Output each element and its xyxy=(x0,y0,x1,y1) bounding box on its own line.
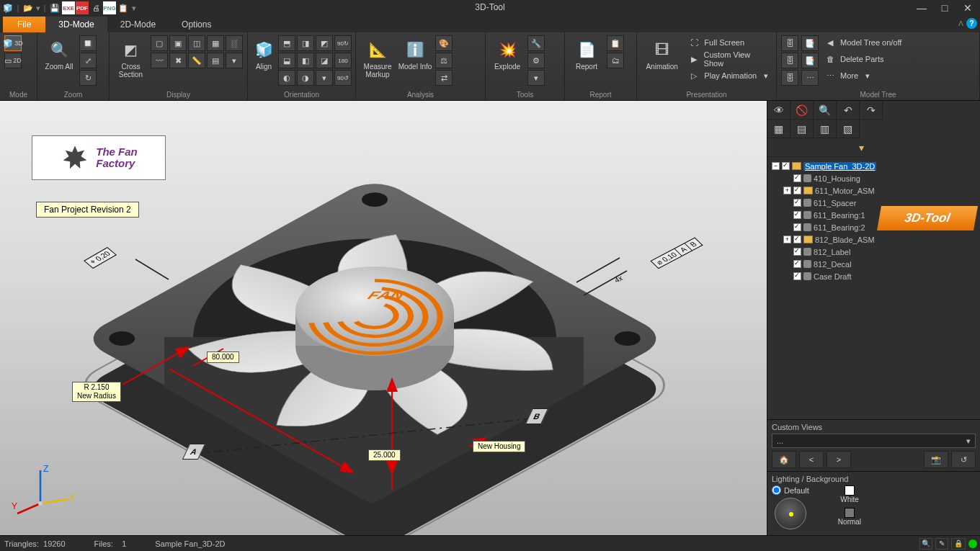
tab-2d-mode[interactable]: 2D-Mode xyxy=(107,17,169,32)
minimize-button[interactable]: — xyxy=(914,2,930,14)
full-screen-button[interactable]: ⛶Full Screen xyxy=(685,35,772,50)
zoom-all-button[interactable]: 🔍Zoom All xyxy=(42,35,76,71)
disp-4[interactable]: ▤ xyxy=(207,53,224,68)
model-info-button[interactable]: ℹ️Model Info xyxy=(398,35,432,71)
tree-c[interactable]: 🗄 xyxy=(781,70,798,86)
tool-3[interactable]: ▾ xyxy=(527,70,545,86)
view-front[interactable]: ◨ xyxy=(297,35,314,51)
view-iso2[interactable]: ◪ xyxy=(316,53,333,68)
tree-item[interactable]: +812_Blade_ASM xyxy=(769,233,979,246)
open-icon[interactable]: 📂 xyxy=(22,1,35,14)
play-animation-button[interactable]: ▷Play Animation▾ xyxy=(685,68,772,83)
custom-view-show-button[interactable]: ▶Custom View Show xyxy=(685,52,772,66)
shade-3[interactable]: ◫ xyxy=(188,35,205,51)
tree-item[interactable]: Case Draft xyxy=(769,270,979,282)
zoom-rotate-button[interactable]: ↻ xyxy=(79,70,97,86)
model-tree[interactable]: −Sample Fan_3D-2D 410_Housing +611_Motor… xyxy=(767,157,980,419)
ptb-r1[interactable]: ▦ xyxy=(767,120,790,138)
zoom-fit-button[interactable]: ⤢ xyxy=(79,53,97,68)
tree-a[interactable]: 🗄 xyxy=(781,35,798,51)
view-back[interactable]: ◧ xyxy=(297,53,314,68)
report-1[interactable]: 📋 xyxy=(607,35,624,51)
png-icon[interactable]: PNG xyxy=(103,1,116,14)
more-button[interactable]: ⋯More▾ xyxy=(821,68,904,83)
tree-item[interactable]: +611_Motor_ASM xyxy=(769,184,979,197)
view-iso[interactable]: ◩ xyxy=(316,35,333,51)
ptb-undo[interactable]: ↶ xyxy=(837,101,860,120)
help-button[interactable]: ? xyxy=(966,18,977,29)
mode-2d-button[interactable]: ▭ 2D xyxy=(4,53,22,68)
curvature[interactable]: ⚖ xyxy=(435,53,453,68)
zoom-window-button[interactable]: 🔲 xyxy=(79,35,97,51)
close-button[interactable]: ✕ xyxy=(960,2,976,14)
maximize-button[interactable]: □ xyxy=(937,2,953,14)
ptb-filter[interactable]: ▾ xyxy=(767,138,864,157)
bg-white-swatch[interactable] xyxy=(845,485,855,496)
tree-b[interactable]: 🗄 xyxy=(781,53,798,68)
light-globe[interactable] xyxy=(775,498,806,529)
tab-options[interactable]: Options xyxy=(169,17,224,32)
ptb-r4[interactable]: ▧ xyxy=(837,120,860,138)
tree-item[interactable]: 410_Housing xyxy=(769,172,979,184)
explode-button[interactable]: 💥Explode xyxy=(490,35,525,71)
print-icon[interactable]: 🖨 xyxy=(89,1,102,14)
ptb-isolate[interactable]: 🔍 xyxy=(814,101,837,120)
tool-1[interactable]: 🔧 xyxy=(527,35,545,51)
ptb-r2[interactable]: ▤ xyxy=(790,120,814,138)
bg-normal-swatch[interactable] xyxy=(845,508,855,518)
disp-2[interactable]: ✖ xyxy=(169,53,187,68)
shade-5[interactable]: ░ xyxy=(226,35,243,51)
tree-d[interactable]: 📑 xyxy=(801,35,819,51)
view-next-button[interactable]: > xyxy=(827,451,851,468)
status-icon-1[interactable]: 🔍 xyxy=(919,538,932,550)
status-icon-3[interactable]: 🔒 xyxy=(951,538,966,550)
align-button[interactable]: 🧊Align xyxy=(252,35,275,71)
ptb-vis[interactable]: 👁 xyxy=(767,101,790,120)
compare[interactable]: ⇄ xyxy=(435,70,453,86)
shade-2[interactable]: ▣ xyxy=(169,35,187,51)
report-2[interactable]: 🗂 xyxy=(607,53,624,68)
view-top[interactable]: ⬒ xyxy=(278,35,295,51)
ptb-redo[interactable]: ↷ xyxy=(860,101,883,120)
tab-3d-mode[interactable]: 3D-Mode xyxy=(45,17,107,32)
delete-parts-button[interactable]: 🗑Delete Parts xyxy=(821,52,904,66)
report-button[interactable]: 📄Report xyxy=(569,35,604,71)
rot-90[interactable]: 90↻ xyxy=(334,35,352,51)
mode-3d-button[interactable]: 🧊 3D xyxy=(4,35,22,51)
measure-markup-button[interactable]: 📐Measure Markup xyxy=(360,35,395,79)
shade-1[interactable]: ▢ xyxy=(151,35,168,51)
disp-3[interactable]: 📏 xyxy=(188,53,205,68)
view-right[interactable]: ◑ xyxy=(297,70,314,86)
status-icon-2[interactable]: ✎ xyxy=(935,538,948,550)
custom-views-combo[interactable]: ...▾ xyxy=(772,434,976,448)
ribbon-min-icon[interactable]: ᐱ xyxy=(958,19,963,27)
tree-e[interactable]: 📑 xyxy=(801,53,819,68)
pdf-icon[interactable]: PDF xyxy=(76,1,89,14)
rot-ccw[interactable]: 90↺ xyxy=(334,70,352,86)
save-icon[interactable]: 💾 xyxy=(48,1,61,14)
tree-item[interactable]: 812_Decal xyxy=(769,258,979,270)
tree-f[interactable]: ⋯ xyxy=(801,70,819,86)
cross-section-button[interactable]: ◩Cross Section xyxy=(114,35,148,79)
view-home-button[interactable]: 🏠 xyxy=(772,451,796,468)
ptb-hide[interactable]: 🚫 xyxy=(790,101,814,120)
shade-4[interactable]: ▦ xyxy=(207,35,224,51)
exe-icon[interactable]: EXE xyxy=(62,1,75,14)
tool-2[interactable]: ⚙ xyxy=(527,53,545,68)
3d-viewport[interactable]: The FanFactory Fan Project Revision 2 xyxy=(0,101,767,535)
view-reset-button[interactable]: ↺ xyxy=(951,451,976,468)
app-icon[interactable]: 🧊 xyxy=(1,1,14,14)
model-tree-toggle-button[interactable]: ◀Model Tree on/off xyxy=(821,35,904,50)
ptb-r3[interactable]: ▥ xyxy=(814,120,837,138)
view-bottom[interactable]: ⬓ xyxy=(278,53,295,68)
rot-180[interactable]: 180 xyxy=(334,53,352,68)
animation-button[interactable]: 🎞Animation xyxy=(641,35,682,71)
wall-thick[interactable]: 🎨 xyxy=(435,35,453,51)
view-prev-button[interactable]: < xyxy=(799,451,824,468)
tree-item[interactable]: 812_Label xyxy=(769,246,979,258)
view-save-button[interactable]: 📸 xyxy=(924,451,948,468)
clipboard-icon[interactable]: 📋 xyxy=(117,1,130,14)
default-radio[interactable]: Default xyxy=(772,485,809,495)
view-persp[interactable]: ▾ xyxy=(316,70,333,86)
view-left[interactable]: ◐ xyxy=(278,70,295,86)
